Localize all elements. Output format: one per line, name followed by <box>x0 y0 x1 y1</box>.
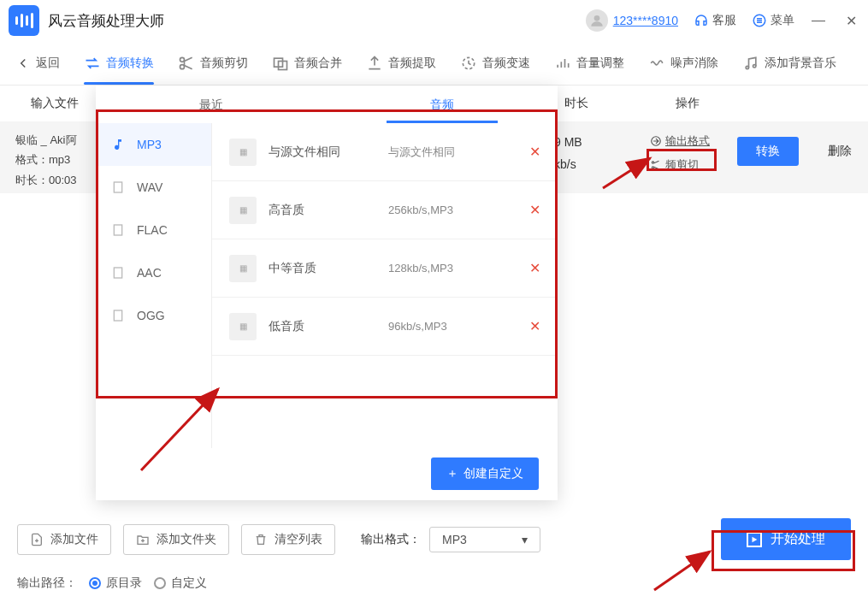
svg-point-10 <box>652 162 653 163</box>
app-title: 风云音频处理大师 <box>48 11 164 31</box>
add-file-button[interactable]: 添加文件 <box>17 524 111 555</box>
menu-link[interactable]: 菜单 <box>752 13 794 28</box>
source-icon: ▦ <box>229 139 257 166</box>
svg-point-8 <box>753 64 756 67</box>
convert-button[interactable]: 转换 <box>737 137 799 166</box>
equalizer-icon <box>554 55 571 72</box>
headset-icon <box>694 13 709 28</box>
back-button[interactable]: 返回 <box>15 56 60 71</box>
quality-list: ▦ 与源文件相同 与源文件相同 ✕ ▦ 高音质 256kb/s,MP3 ✕ ▦ … <box>211 123 558 448</box>
toolbar: 返回 音频转换 音频剪切 音频合并 音频提取 音频变速 音量调整 噪声消除 添加… <box>0 41 868 86</box>
file-plus-icon <box>30 533 44 546</box>
svg-rect-15 <box>114 310 121 321</box>
output-format-link[interactable]: 输出格式 <box>650 133 710 149</box>
plus-icon: ＋ <box>446 466 458 481</box>
format-item-wav[interactable]: WAV <box>96 166 211 209</box>
tool-audio-speed[interactable]: 音频变速 <box>460 55 530 72</box>
merge-icon <box>272 55 289 72</box>
minimize-button[interactable]: — <box>810 13 827 28</box>
format-item-aac[interactable]: AAC <box>96 251 211 294</box>
output-format-label: 输出格式： <box>361 532 421 547</box>
delete-quality-icon[interactable]: ✕ <box>529 202 540 218</box>
delete-quality-icon[interactable]: ✕ <box>529 318 540 334</box>
quality-row[interactable]: ▦ 低音质 96kb/s,MP3 ✕ <box>212 298 558 356</box>
upload-icon <box>366 55 383 72</box>
scissors-icon <box>178 55 195 72</box>
convert-icon <box>84 55 101 72</box>
source-icon: ▦ <box>229 197 257 224</box>
app-logo <box>9 5 39 36</box>
popup-tab-recent[interactable]: 最近 <box>96 86 327 123</box>
radio-icon <box>89 577 101 589</box>
username-label: 123****8910 <box>613 14 678 27</box>
trash-icon <box>254 533 268 546</box>
format-popup: 最近 音频 MP3 WAV FLAC AAC <box>96 86 558 500</box>
svg-rect-12 <box>114 182 121 192</box>
svg-point-11 <box>652 167 653 168</box>
chevron-down-icon: ▾ <box>522 533 528 546</box>
radio-custom[interactable]: 自定义 <box>154 576 207 591</box>
arrow-left-icon <box>15 56 31 71</box>
close-button[interactable]: ✕ <box>842 13 859 29</box>
export-icon <box>650 135 662 147</box>
titlebar: 风云音频处理大师 123****8910 客服 菜单 — ✕ <box>0 0 868 41</box>
format-item-mp3[interactable]: MP3 <box>96 123 211 166</box>
tool-audio-merge[interactable]: 音频合并 <box>272 55 342 72</box>
format-item-flac[interactable]: FLAC <box>96 209 211 251</box>
audio-cut-link[interactable]: 频剪切 <box>650 157 699 173</box>
radio-icon <box>154 577 166 589</box>
clear-list-button[interactable]: 清空列表 <box>241 524 335 555</box>
file-icon <box>109 264 127 281</box>
popup-tab-audio[interactable]: 音频 <box>327 86 558 123</box>
play-icon <box>747 532 762 547</box>
svg-point-7 <box>746 66 748 68</box>
quality-row[interactable]: ▦ 与源文件相同 与源文件相同 ✕ <box>212 123 558 181</box>
file-icon <box>109 179 127 196</box>
output-format-select[interactable]: MP3 ▾ <box>429 527 540 552</box>
start-processing-button[interactable]: 开始处理 <box>721 518 851 560</box>
file-icon <box>109 307 127 324</box>
bottom-bar: 添加文件 添加文件夹 清空列表 输出格式： MP3 ▾ 开始处理 输出路径： <box>0 518 868 608</box>
noise-icon <box>648 55 665 72</box>
tool-audio-cut[interactable]: 音频剪切 <box>178 55 248 72</box>
music-note-icon <box>109 136 127 153</box>
avatar-icon <box>586 9 608 32</box>
folder-plus-icon <box>136 533 150 546</box>
tool-audio-extract[interactable]: 音频提取 <box>366 55 436 72</box>
add-folder-button[interactable]: 添加文件夹 <box>123 524 229 555</box>
radio-original-dir[interactable]: 原目录 <box>89 576 142 591</box>
format-item-ogg[interactable]: OGG <box>96 294 211 337</box>
header-duration: 时长 <box>564 96 588 111</box>
tool-noise-reduction[interactable]: 噪声消除 <box>648 55 718 72</box>
tool-add-bgm[interactable]: 添加背景音乐 <box>742 55 836 72</box>
format-sidebar: MP3 WAV FLAC AAC OGG <box>96 123 211 448</box>
svg-rect-14 <box>114 268 121 278</box>
source-icon: ▦ <box>229 255 257 282</box>
file-size: 9 MB <box>554 135 582 149</box>
quality-row[interactable]: ▦ 高音质 256kb/s,MP3 ✕ <box>212 181 558 239</box>
support-link[interactable]: 客服 <box>694 13 736 28</box>
source-icon: ▦ <box>229 313 257 340</box>
header-action: 操作 <box>676 96 700 111</box>
tool-audio-convert[interactable]: 音频转换 <box>84 55 154 72</box>
tool-volume[interactable]: 音量调整 <box>554 55 624 72</box>
file-icon <box>109 221 127 239</box>
menu-icon <box>752 13 767 28</box>
create-custom-button[interactable]: ＋ 创建自定义 <box>431 457 539 490</box>
svg-rect-13 <box>114 225 121 235</box>
scissors-small-icon <box>650 159 662 171</box>
speed-icon <box>460 55 477 72</box>
delete-button[interactable]: 删除 <box>828 144 852 159</box>
output-path-label: 输出路径： <box>17 576 77 591</box>
svg-point-0 <box>593 15 599 21</box>
user-account[interactable]: 123****8910 <box>586 9 678 32</box>
quality-row[interactable]: ▦ 中等音质 128kb/s,MP3 ✕ <box>212 239 558 298</box>
header-input: 输入文件 <box>31 96 79 111</box>
delete-quality-icon[interactable]: ✕ <box>529 144 540 160</box>
delete-quality-icon[interactable]: ✕ <box>529 260 540 276</box>
music-icon <box>742 55 759 72</box>
